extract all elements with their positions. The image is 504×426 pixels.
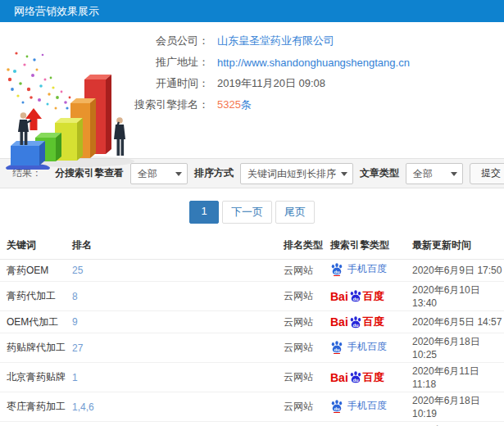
svg-text:du: du <box>334 270 340 274</box>
confetti-dots <box>7 52 73 109</box>
engine-select[interactable]: 全部 <box>130 163 188 184</box>
baidu-paw-icon: du <box>330 340 343 354</box>
member-company-link[interactable]: 山东皇圣堂药业有限公司 <box>217 34 334 47</box>
header-update-time: 最新更新时间 <box>412 233 504 260</box>
baidu-logo: Baidu百度 <box>330 315 384 329</box>
keyword-cell: 北京膏药贴牌 <box>7 371 66 383</box>
header-engine-type: 搜索引擎类型 <box>330 233 412 260</box>
update-time-cell: 2020年6月5日 14:57 <box>412 316 502 328</box>
engine-select-value: 全部 <box>138 168 157 179</box>
table-row: 枣庄膏药加工 1,4,6 云网站 du手机百度 2020年6月18日 10:19 <box>0 392 504 422</box>
sort-filter-label: 排序方式 <box>194 166 234 180</box>
rank-link[interactable]: 25 <box>72 265 83 276</box>
engine-type-cell: du手机百度 <box>330 267 387 279</box>
chevron-down-icon <box>341 172 347 176</box>
rank-type-cell: 云网站 <box>284 342 313 353</box>
mobile-baidu-badge: du手机百度 <box>330 340 387 354</box>
baidu-logo: Baidu百度 <box>330 289 384 304</box>
table-row: 药贴牌代加工 27 云网站 du手机百度 2020年6月18日 10:25 <box>0 333 504 363</box>
table-row: 膏药OEM 25 云网站 du手机百度 2020年6月9日 17:50 <box>0 260 504 282</box>
open-time-value: 2019年11月20日 09:08 <box>217 76 325 91</box>
field-ranking-count: 搜索引擎排名： 5325条 <box>131 94 504 116</box>
update-time-cell: 2020年6月18日 10:25 <box>412 336 480 360</box>
engine-type-cell: Baidu百度 <box>330 373 384 384</box>
chevron-down-icon <box>175 172 182 176</box>
rank-type-cell: 云网站 <box>284 290 313 301</box>
field-promo-url: 推广地址： http://www.shandonghuangshengtang.… <box>131 52 504 73</box>
info-section: 会员公司： 山东皇圣堂药业有限公司 推广地址： http://www.shand… <box>0 22 504 158</box>
header-rank: 排名 <box>66 233 284 260</box>
rank-link[interactable]: 1,4,6 <box>72 401 94 413</box>
sort-select-value: 关键词由短到长排序 <box>247 168 336 179</box>
table-row: OEM代加工 9 云网站 Baidu百度 2020年6月5日 14:57 <box>0 311 504 333</box>
baidu-logo-bai: Bai <box>330 290 348 303</box>
rank-link[interactable]: 27 <box>72 342 83 354</box>
company-info-fields: 会员公司： 山东皇圣堂药业有限公司 推广地址： http://www.shand… <box>131 22 504 116</box>
update-time-cell: 2020年6月9日 17:50 <box>412 265 502 276</box>
rank-type-cell: 云网站 <box>284 401 313 412</box>
marketing-results-page: 网络营销效果展示 <box>0 0 504 426</box>
last-page-button[interactable]: 尾页 <box>275 201 315 224</box>
keyword-cell: 枣庄膏药加工 <box>7 401 66 412</box>
marketing-bar-chart-illustration <box>0 47 156 170</box>
baidu-logo-bai: Bai <box>330 371 348 384</box>
keyword-cell: 膏药OEM <box>7 265 48 276</box>
next-page-button[interactable]: 下一页 <box>222 201 272 224</box>
page-button-current[interactable]: 1 <box>189 201 219 224</box>
field-open-time: 开通时间： 2019年11月20日 09:08 <box>131 73 504 94</box>
keyword-cell: 膏药代加工 <box>7 290 56 301</box>
baidu-logo-chinese: 百度 <box>363 370 384 385</box>
article-type-label: 文章类型 <box>360 166 399 180</box>
sort-select[interactable]: 关键词由短到长排序 <box>240 163 353 184</box>
baidu-paw-icon: du <box>330 262 343 276</box>
keyword-cell: OEM代加工 <box>7 316 58 328</box>
submit-button[interactable]: 提交 <box>470 163 504 184</box>
svg-text:du: du <box>352 297 359 301</box>
ranking-count-number: 5325 <box>217 98 241 111</box>
baidu-logo-chinese: 百度 <box>363 315 384 329</box>
engine-type-cell: du手机百度 <box>330 345 387 356</box>
baidu-paw-icon: du <box>330 399 343 413</box>
baidu-paw-icon: du <box>349 315 362 329</box>
table-body: 膏药OEM 25 云网站 du手机百度 2020年6月9日 17:50 膏药代加… <box>0 260 504 426</box>
ranking-count-suffix: 条 <box>241 98 252 111</box>
keyword-cell: 药贴牌代加工 <box>7 342 66 353</box>
baidu-logo-chinese: 百度 <box>363 289 384 304</box>
svg-text:du: du <box>352 378 359 383</box>
mobile-baidu-badge: du手机百度 <box>330 262 387 276</box>
page-title: 网络营销效果展示 <box>14 5 99 17</box>
article-type-select-value: 全部 <box>413 168 433 179</box>
mobile-baidu-label: 手机百度 <box>347 262 387 276</box>
header-rank-type: 排名类型 <box>284 233 330 260</box>
ranking-count-value[interactable]: 5325条 <box>217 97 252 112</box>
rank-link[interactable]: 9 <box>72 316 78 328</box>
chevron-down-icon <box>451 172 457 176</box>
table-row: 北京膏药贴牌 1 云网站 Baidu百度 2020年6月11日 11:18 <box>0 363 504 392</box>
baidu-logo: Baidu百度 <box>330 370 384 385</box>
update-time-cell: 2020年6月10日 13:40 <box>412 284 480 309</box>
page-title-bar: 网络营销效果展示 <box>0 0 504 22</box>
field-member-company: 会员公司： 山东皇圣堂药业有限公司 <box>131 30 504 52</box>
promo-url-link[interactable]: http://www.shandonghuangshengtang.cn <box>217 57 410 69</box>
mobile-baidu-badge: du手机百度 <box>330 399 387 413</box>
engine-type-cell: Baidu百度 <box>330 292 384 303</box>
rank-type-cell: 云网站 <box>284 265 313 276</box>
engine-type-cell: du手机百度 <box>330 404 387 415</box>
rank-type-cell: 云网站 <box>284 371 313 383</box>
mobile-baidu-label: 手机百度 <box>347 399 387 413</box>
rank-type-cell: 云网站 <box>284 316 313 328</box>
svg-text:du: du <box>352 322 359 327</box>
baidu-paw-icon: du <box>349 370 362 384</box>
table-row: 膏药代加工 8 云网站 Baidu百度 2020年6月10日 13:40 <box>0 282 504 311</box>
engine-type-cell: Baidu百度 <box>330 317 384 329</box>
baidu-paw-icon: du <box>349 289 362 303</box>
article-type-select[interactable]: 全部 <box>406 163 463 184</box>
svg-text:du: du <box>334 406 340 410</box>
update-time-cell: 2020年6月18日 10:19 <box>412 395 480 419</box>
rank-link[interactable]: 1 <box>72 372 78 383</box>
table-header-row: 关键词 排名 排名类型 搜索引擎类型 最新更新时间 <box>0 233 504 260</box>
baidu-logo-bai: Bai <box>330 315 348 329</box>
rank-link[interactable]: 8 <box>72 291 78 302</box>
results-table: 关键词 排名 排名类型 搜索引擎类型 最新更新时间 膏药OEM 25 云网站 d… <box>0 233 504 426</box>
mobile-baidu-label: 手机百度 <box>347 340 387 354</box>
